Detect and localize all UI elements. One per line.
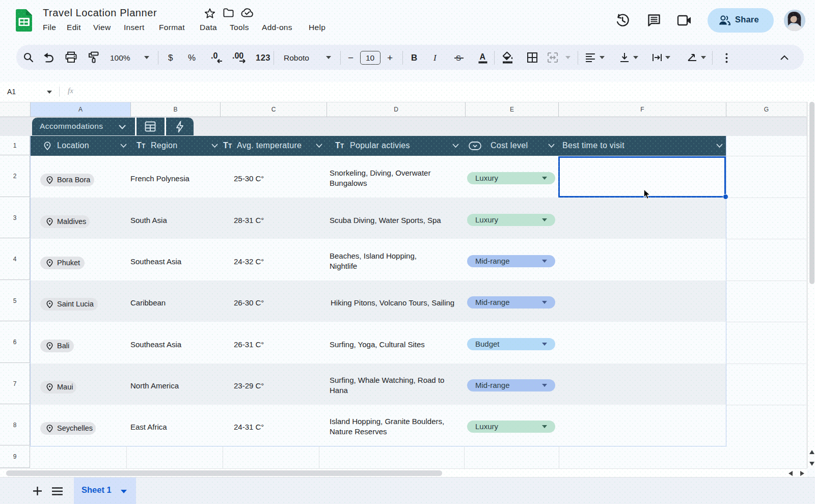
svg-text:.00: .00 (232, 51, 243, 60)
svg-text:A: A (480, 52, 486, 61)
svg-text:.0: .0 (211, 51, 218, 60)
